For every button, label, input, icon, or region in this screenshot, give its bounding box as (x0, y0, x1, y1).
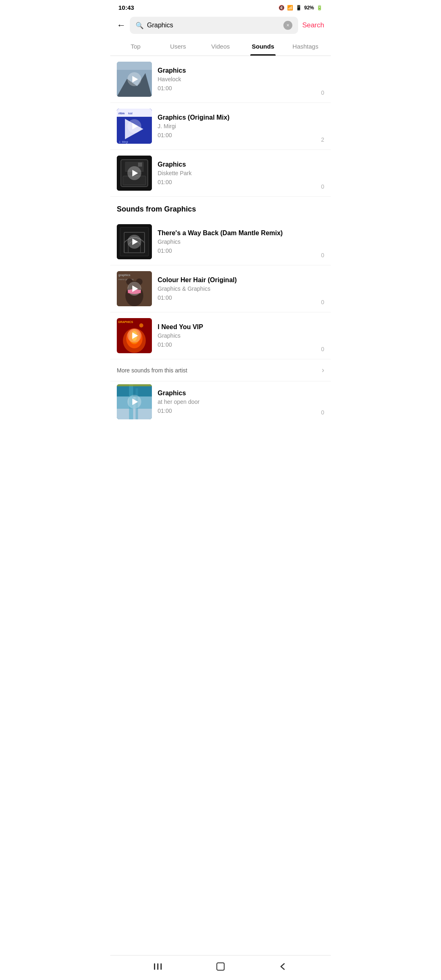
sound-title: Graphics (158, 390, 315, 397)
more-sounds-link[interactable]: More sounds from this artist › (110, 359, 331, 381)
battery-level: 92% (304, 5, 314, 11)
sound-artist: Graphics & Graphics (158, 285, 315, 292)
play-button[interactable] (127, 235, 141, 249)
sound-thumbnail[interactable]: ritm kal J. Mirgi (117, 109, 152, 144)
svg-rect-42 (160, 963, 162, 970)
svg-rect-2 (117, 62, 152, 70)
sound-item[interactable]: Graphics Diskette Park 01:00 0 (110, 150, 331, 196)
sound-count: 2 (321, 136, 324, 144)
sound-count: 0 (321, 183, 324, 191)
play-icon (132, 332, 138, 339)
back-nav-button[interactable] (278, 961, 288, 974)
sound-artist: at her open door (158, 399, 315, 405)
svg-text:GRAPHICS: GRAPHICS (118, 321, 133, 323)
battery-icon: 🔋 (316, 5, 323, 11)
sound-thumbnail[interactable]: graphics mono grizzles (117, 271, 152, 306)
sound-title: I Need You VIP (158, 323, 315, 331)
sound-info: Graphics Diskette Park 01:00 (158, 161, 315, 185)
sound-item[interactable]: graphics mono grizzles Colour Her Hair (… (110, 265, 331, 312)
sound-info: Colour Her Hair (Original) Graphics & Gr… (158, 276, 315, 301)
sound-item[interactable]: There's a Way Back (Dam Mantle Remix) Gr… (110, 218, 331, 265)
sound-count: 0 (321, 299, 324, 306)
sound-thumbnail[interactable] (117, 62, 152, 97)
tab-sounds[interactable]: Sounds (242, 37, 284, 56)
sound-count: 0 (321, 252, 324, 259)
svg-text:J. Mirgi: J. Mirgi (119, 140, 128, 144)
svg-point-28 (139, 323, 143, 327)
sound-item[interactable]: ritm kal J. Mirgi Graphics (Original Mix… (110, 103, 331, 150)
play-icon (132, 170, 138, 176)
sounds-from-section-header: Sounds from Graphics (110, 196, 331, 218)
wifi-icon: 📶 (287, 5, 293, 11)
play-button[interactable] (127, 119, 141, 133)
menu-button[interactable] (153, 961, 163, 974)
sound-artist: J. Mirgi (158, 123, 315, 129)
play-button[interactable] (127, 166, 141, 180)
svg-rect-12 (138, 163, 142, 167)
play-button[interactable] (127, 329, 141, 343)
sound-thumbnail[interactable] (117, 384, 152, 419)
sound-thumbnail[interactable] (117, 224, 152, 259)
sound-duration: 01:00 (158, 408, 315, 414)
sound-count: 0 (321, 346, 324, 353)
status-right: 🔇 📶 📱 92% 🔋 (278, 5, 323, 11)
tab-top[interactable]: Top (114, 37, 157, 56)
sound-title: Colour Her Hair (Original) (158, 276, 315, 284)
clear-button[interactable]: × (283, 21, 292, 30)
status-bar: 10:43 🔇 📶 📱 92% 🔋 (110, 0, 331, 13)
sound-info: Graphics at her open door 01:00 (158, 390, 315, 414)
svg-text:ritm: ritm (118, 111, 125, 115)
sound-info: Graphics Havelock 01:00 (158, 67, 315, 91)
search-action-button[interactable]: Search (302, 21, 324, 29)
tab-users[interactable]: Users (157, 37, 199, 56)
sound-title: Graphics (158, 161, 315, 168)
sound-item[interactable]: GRAPHICS I Need You VIP Graphics 01:00 0 (110, 312, 331, 359)
search-input[interactable] (147, 22, 280, 29)
signal-icon: 📱 (296, 5, 302, 11)
sound-thumbnail[interactable] (117, 156, 152, 191)
sound-duration: 01:00 (158, 179, 315, 185)
svg-rect-43 (217, 963, 224, 970)
home-icon (215, 961, 226, 972)
sound-info: I Need You VIP Graphics 01:00 (158, 323, 315, 348)
play-button[interactable] (127, 282, 141, 296)
sound-item[interactable]: Graphics at her open door 01:00 0 (110, 381, 331, 422)
tab-videos[interactable]: Videos (199, 37, 242, 56)
play-icon (132, 238, 138, 245)
sound-artist: Graphics (158, 238, 315, 245)
play-icon (132, 76, 138, 82)
chevron-right-icon: › (322, 366, 324, 374)
play-button[interactable] (127, 395, 141, 409)
sound-count: 0 (321, 409, 324, 416)
svg-text:kal: kal (128, 111, 132, 115)
sounds-from-list: There's a Way Back (Dam Mantle Remix) Gr… (110, 218, 331, 359)
home-button[interactable] (215, 961, 226, 974)
sound-count: 0 (321, 89, 324, 97)
mute-icon: 🔇 (278, 5, 285, 11)
sound-duration: 01:00 (158, 247, 315, 254)
bottom-spacer (110, 422, 331, 451)
sound-thumbnail[interactable]: GRAPHICS (117, 318, 152, 353)
svg-text:graphics: graphics (118, 274, 130, 277)
svg-rect-40 (154, 963, 155, 970)
more-sounds-text: More sounds from this artist (117, 367, 187, 374)
play-icon (132, 399, 138, 405)
svg-rect-39 (117, 384, 152, 386)
back-button[interactable]: ← (117, 20, 126, 31)
sound-duration: 01:00 (158, 294, 315, 301)
sound-item[interactable]: Graphics Havelock 01:00 0 (110, 56, 331, 103)
play-button[interactable] (127, 72, 141, 86)
sound-duration: 01:00 (158, 85, 315, 91)
sound-artist: Diskette Park (158, 170, 315, 176)
sound-list: Graphics Havelock 01:00 0 ritm kal J. Mi… (110, 56, 331, 196)
tabs: Top Users Videos Sounds Hashtags (110, 37, 331, 56)
sound-duration: 01:00 (158, 132, 315, 138)
svg-rect-36 (117, 409, 152, 419)
search-input-container: 🔍 × (130, 17, 298, 34)
tab-hashtags[interactable]: Hashtags (284, 37, 327, 56)
play-icon (132, 285, 138, 292)
sound-duration: 01:00 (158, 341, 315, 348)
sound-title: There's a Way Back (Dam Mantle Remix) (158, 229, 315, 237)
svg-rect-41 (157, 963, 158, 970)
sound-title: Graphics (Original Mix) (158, 114, 315, 121)
